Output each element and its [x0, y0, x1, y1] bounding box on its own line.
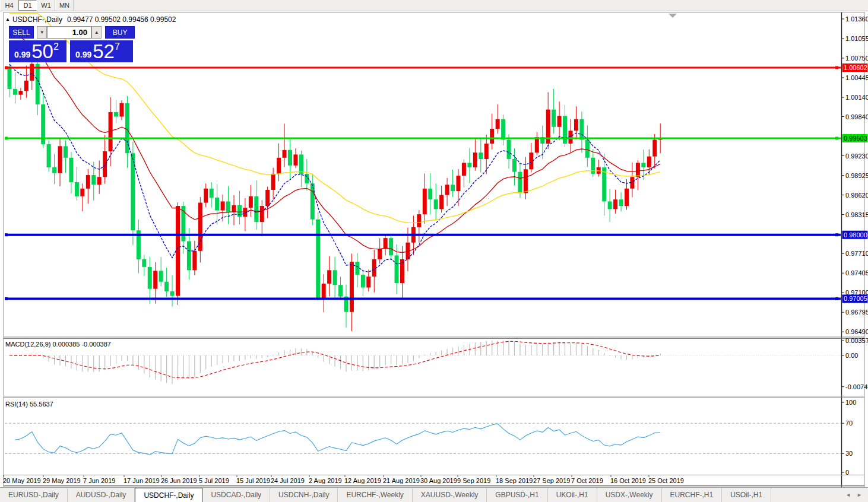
macd-tick-label: -0.00749: [845, 383, 868, 390]
price-tick-label: 1.01055: [845, 35, 868, 42]
rsi-tick-label: 70: [845, 420, 853, 427]
buy-price-big: 52: [93, 42, 115, 61]
date-tick-label: 26 Jun 2019: [161, 477, 197, 484]
macd-tick-label: 0.00: [845, 352, 858, 359]
macd-tick-label: 0.003574: [845, 337, 868, 344]
tab-usoil-h1[interactable]: USOil-,H1: [722, 488, 771, 502]
price-tick-label: 0.99840: [845, 113, 868, 120]
level-line-handle[interactable]: [835, 66, 838, 69]
timeframe-button-d1[interactable]: D1: [18, 0, 37, 11]
date-tick-label: 15 Jul 2019: [236, 477, 270, 484]
level-line-handle[interactable]: [835, 233, 838, 236]
sell-price-box[interactable]: 0.99 50 2: [9, 40, 66, 62]
date-tick-label: 20 May 2019: [3, 477, 41, 484]
tab-gbpusd-h1[interactable]: GBPUSD-,H1: [487, 488, 547, 502]
date-tick-label: 18 Sep 2019: [496, 477, 533, 484]
chart-title: ▲USDCHF-,Daily0.99477 0.99502 0.99456 0.…: [5, 15, 176, 24]
price-tick-label: 1.00140: [845, 94, 868, 101]
rsi-tick-label: 0: [845, 469, 849, 476]
tab-usdchf-daily[interactable]: USDCHF-,Daily: [135, 488, 202, 502]
tab-xauusd-weekly[interactable]: XAUUSD-,Weekly: [413, 488, 487, 502]
chart-canvas[interactable]: 1.013601.010551.007501.004451.001400.998…: [0, 0, 868, 502]
price-tick-label: 0.99230: [845, 152, 868, 160]
buy-price-prefix: 0.99: [75, 50, 91, 59]
price-tick-label: 0.98620: [845, 192, 868, 199]
date-tick-label: 7 Jun 2019: [83, 477, 115, 484]
date-tick-label: 30 Aug 2019: [420, 477, 457, 484]
price-tick-label: 1.00445: [845, 74, 868, 81]
volume-decrease-button[interactable]: ▼: [37, 26, 47, 39]
symbol-tab-bar: EURUSD-,DailyAUDUSD-,DailyUSDCHF-,DailyU…: [0, 487, 868, 502]
price-tick-label: 1.00750: [845, 55, 868, 62]
collapse-icon[interactable]: ▲: [5, 17, 10, 22]
tab-usdcad-daily[interactable]: USDCAD-,Daily: [202, 488, 270, 502]
timeframe-button-w1[interactable]: W1: [37, 0, 55, 11]
sell-price-prefix: 0.99: [14, 50, 30, 59]
price-tick-label: 0.98315: [845, 211, 868, 218]
date-tick-label: 5 Jul 2019: [199, 477, 229, 484]
buy-price-box[interactable]: 0.99 52 7: [70, 40, 133, 62]
volume-input[interactable]: 1.00: [47, 26, 91, 39]
level-line-handle[interactable]: [835, 137, 838, 140]
tab-eurusd-daily[interactable]: EURUSD-,Daily: [0, 488, 68, 502]
rsi-tick-label: 100: [845, 399, 856, 406]
tab-usdx-weekly[interactable]: USDX-,Weekly: [597, 488, 662, 502]
price-badge-label: 1.00602: [844, 64, 867, 71]
date-tick-label: 25 Oct 2019: [648, 477, 684, 484]
date-tick-label: 16 Oct 2019: [610, 477, 646, 484]
tab-scroll-right-icon[interactable]: ►: [857, 492, 862, 498]
date-tick-label: 21 Aug 2019: [383, 477, 420, 484]
sell-button[interactable]: SELL: [9, 26, 34, 39]
tab-scroll-controls: ◄►: [840, 488, 868, 502]
timeframe-button-mn[interactable]: MN: [55, 0, 74, 11]
price-badge-label: 0.99503: [844, 135, 867, 142]
tab-eurchf-weekly[interactable]: EURCHF-,Weekly: [338, 488, 412, 502]
one-click-trade-panel: SELL ▼ 1.00 ▲ BUY 0.99 50 2 0.99 52 7: [9, 26, 135, 62]
date-tick-label: 7 Oct 2019: [571, 477, 603, 484]
trading-terminal-window: 1.013601.010551.007501.004451.001400.998…: [0, 0, 868, 502]
price-badge-label: 0.97005: [844, 295, 867, 302]
volume-increase-button[interactable]: ▲: [91, 26, 102, 39]
level-line-handle[interactable]: [835, 297, 838, 300]
rsi-indicator-label: RSI(14) 55.5637: [5, 401, 53, 408]
tab-audusd-daily[interactable]: AUDUSD-,Daily: [68, 488, 135, 502]
level-line-handle[interactable]: [5, 233, 8, 236]
date-tick-label: 2 Aug 2019: [309, 477, 342, 484]
level-line-handle[interactable]: [5, 137, 8, 140]
level-line-handle[interactable]: [5, 297, 8, 300]
sell-price-big: 50: [31, 42, 53, 61]
tab-scroll-left-icon[interactable]: ◄: [845, 492, 851, 498]
date-tick-label: 12 Aug 2019: [344, 477, 381, 484]
date-tick-label: 17 Jun 2019: [123, 477, 160, 484]
date-tick-label: 27 Sep 2019: [533, 477, 570, 484]
price-tick-label: 1.01360: [845, 15, 868, 23]
price-badge-label: 0.98000: [844, 231, 867, 239]
tab-ukoil-h1[interactable]: UKOil-,H1: [548, 488, 597, 502]
symbol-period-label: USDCHF-,Daily: [12, 15, 62, 24]
sell-price-sup: 2: [53, 42, 59, 52]
price-tick-label: 0.96490: [845, 328, 868, 335]
level-line-handle[interactable]: [5, 66, 8, 69]
timeframe-button-h4[interactable]: H4: [0, 0, 18, 11]
tab-usdcnh-daily[interactable]: USDCNH-,Daily: [270, 488, 338, 502]
timeframe-toolbar: H4D1W1MN: [0, 0, 868, 11]
rsi-tick-label: 30: [845, 450, 853, 457]
date-tick-label: 29 May 2019: [43, 477, 81, 484]
ohlc-values: 0.99477 0.99502 0.99456 0.99502: [67, 15, 176, 24]
price-tick-label: 0.98925: [845, 172, 868, 179]
price-tick-label: 0.96795: [845, 309, 868, 316]
date-tick-label: 24 Jul 2019: [271, 477, 305, 484]
price-tick-label: 0.97405: [845, 269, 868, 277]
tab-eurchf-h1[interactable]: EURCHF-,H1: [662, 488, 723, 502]
buy-price-sup: 7: [115, 42, 120, 52]
date-tick-label: 9 Sep 2019: [457, 477, 490, 484]
buy-button[interactable]: BUY: [105, 26, 135, 39]
macd-indicator-label: MACD(12,26,9) 0.000385 -0.000387: [5, 341, 111, 348]
price-tick-label: 0.97710: [845, 250, 868, 257]
